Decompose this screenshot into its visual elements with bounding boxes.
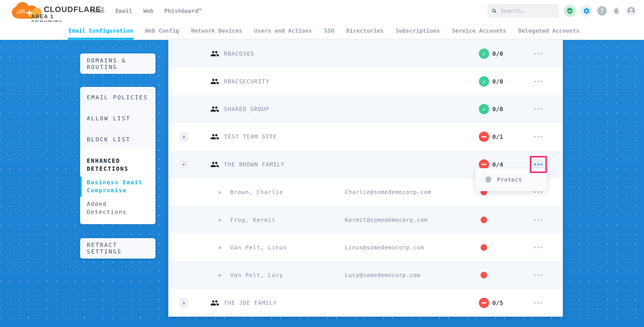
member-count: 0/1 <box>492 133 503 140</box>
tab-delegated-accounts[interactable]: Delegated Accounts <box>518 22 580 40</box>
row-menu-button[interactable] <box>534 219 542 221</box>
nav-email[interactable]: Email <box>116 7 132 14</box>
sidebar-item-retract-settings[interactable]: RETRACT SETTINGS <box>80 238 156 259</box>
status-blocked-badge <box>479 132 489 142</box>
sidebar-item-email-policies[interactable]: EMAIL POLICIES <box>80 87 156 108</box>
tab-directories[interactable]: Directories <box>346 22 384 40</box>
chevron-down-icon: › <box>180 163 187 166</box>
help-button[interactable]: ? <box>597 6 607 15</box>
gear-icon <box>583 7 590 14</box>
sidebar-item-block-list[interactable]: BLOCK LIST <box>80 129 156 150</box>
group-icon <box>210 49 219 58</box>
status-ok-badge: ✓ <box>479 49 489 59</box>
minus-icon <box>482 164 486 165</box>
member-chevron-icon: > <box>218 272 221 278</box>
collapse-button[interactable]: › <box>180 160 188 169</box>
tab-email-configuration[interactable]: Email Configuration <box>68 22 133 40</box>
table-row-group: › TEST TEAM SITE 0/1 <box>168 123 563 150</box>
expand-button[interactable]: › <box>180 132 188 142</box>
settings-button[interactable] <box>580 5 593 17</box>
check-icon: ✓ <box>482 106 486 112</box>
table-row-member: > Van Pelt, Lucy Lucy@somedemocorp.com <box>168 261 563 289</box>
group-icon <box>210 105 219 113</box>
notifications-button[interactable] <box>611 6 622 16</box>
sidebar-item-allow-list[interactable]: ALLOW LIST <box>80 108 156 129</box>
groups-table: RBACO365 ✓ 0/0 RBACSECURITY ✓ 0/0 SHARED… <box>168 40 563 317</box>
row-menu-button[interactable] <box>534 191 542 193</box>
table-row-group: RBACSECURITY ✓ 0/0 <box>168 67 563 95</box>
row-context-menu: Protect <box>475 168 547 191</box>
sidebar-card-retract-settings: RETRACT SETTINGS <box>80 238 156 259</box>
row-menu-button[interactable] <box>534 136 542 137</box>
tab-sso[interactable]: SSO <box>324 22 334 40</box>
group-name[interactable]: RBACSECURITY <box>224 78 270 85</box>
member-chevron-icon: > <box>218 217 221 223</box>
chevron-right-icon: › <box>182 299 186 306</box>
app-window: CLOUDFLARE® AREA 1 SECURITY Home Email W… <box>0 0 644 327</box>
bell-icon <box>612 6 621 15</box>
primary-nav: Home Email Web PhishGuard™ <box>91 7 202 14</box>
member-count: 0/0 <box>492 50 503 57</box>
tab-network-devices[interactable]: Network Devices <box>191 22 242 40</box>
page-content: DOMAINS & ROUTING EMAIL POLICIES ALLOW L… <box>0 40 644 327</box>
member-name[interactable]: Frog, Kermit <box>230 217 276 223</box>
group-name[interactable]: THE JOE FAMILY <box>224 300 277 306</box>
row-menu-button[interactable] <box>534 247 542 248</box>
account-button[interactable] <box>626 6 636 16</box>
group-name[interactable]: THE BROWN FAMILY <box>224 161 284 168</box>
row-menu-button[interactable] <box>534 302 542 304</box>
status-blocked-badge <box>479 298 489 308</box>
header-actions: ? <box>487 4 636 18</box>
tab-users-and-actions[interactable]: Users and Actions <box>254 22 312 40</box>
row-menu-button[interactable] <box>534 108 542 110</box>
menu-item-protect[interactable]: Protect <box>497 176 522 183</box>
sidebar-item-enhanced-detections[interactable]: ENHANCED DETECTIONS <box>87 157 147 173</box>
nav-phishguard[interactable]: PhishGuard™ <box>164 7 202 14</box>
table-row-member: > Frog, Kermit Kermit@somedemocorp.com <box>168 206 563 234</box>
cloudflare-logo[interactable]: CLOUDFLARE® AREA 1 SECURITY <box>0 0 86 22</box>
registered-mark: ® <box>101 6 104 10</box>
expand-button[interactable]: › <box>180 298 188 308</box>
search-input[interactable] <box>500 7 555 14</box>
sidebar-item-business-email-compromise[interactable]: Business Email Compromise <box>87 178 145 194</box>
group-name[interactable]: SHARED_GROUP <box>224 106 270 112</box>
question-mark-icon: ? <box>600 7 604 14</box>
logo-wordmark: CLOUDFLARE® <box>44 5 104 14</box>
sidebar-item-added-detections[interactable]: Added Detections <box>87 200 150 216</box>
member-name[interactable]: Brown, Charlie <box>230 189 283 195</box>
table-row-group: SHARED_GROUP ✓ 0/0 <box>168 95 563 123</box>
row-menu-button[interactable] <box>534 274 542 276</box>
member-chevron-icon: > <box>218 244 221 250</box>
sidebar: DOMAINS & ROUTING EMAIL POLICIES ALLOW L… <box>80 53 156 259</box>
tab-service-accounts[interactable]: Service Accounts <box>452 22 506 40</box>
member-name[interactable]: Van Pelt, Lucy <box>230 272 283 278</box>
sidebar-item-domains-routing[interactable]: DOMAINS & ROUTING <box>80 53 156 74</box>
check-icon: ✓ <box>482 50 486 57</box>
security-status-button[interactable] <box>564 5 576 17</box>
row-menu-button[interactable] <box>534 81 542 82</box>
chevron-right-icon: › <box>182 133 186 140</box>
minus-icon <box>482 302 486 304</box>
group-icon <box>210 77 219 86</box>
table-row-group: RBACO365 ✓ 0/0 <box>168 40 563 67</box>
tab-subscriptions[interactable]: Subscriptions <box>396 22 440 40</box>
member-chevron-icon: > <box>218 189 221 195</box>
shield-check-icon <box>566 7 573 14</box>
status-blocked-dot <box>480 244 487 251</box>
sidebar-section-enhanced-detections: ENHANCED DETECTIONS Business Email Compr… <box>80 150 156 224</box>
member-name[interactable]: Van Pelt, Linus <box>230 244 287 251</box>
settings-tab-bar: Email Configuration Web Config Network D… <box>0 22 644 40</box>
group-icon <box>210 132 219 141</box>
member-email: Lucy@somedemocorp.com <box>345 272 420 278</box>
minus-icon <box>482 136 486 137</box>
user-avatar-icon <box>626 6 636 16</box>
nav-web[interactable]: Web <box>143 7 153 14</box>
tab-web-config[interactable]: Web Config <box>145 22 179 40</box>
check-icon: ✓ <box>482 78 486 85</box>
row-menu-button[interactable] <box>534 53 542 54</box>
table-row-member: > Van Pelt, Linus Linus@somedemocorp.com <box>168 234 563 261</box>
search-box[interactable] <box>487 4 559 18</box>
group-name[interactable]: TEST TEAM SITE <box>224 133 277 140</box>
group-name[interactable]: RBACO365 <box>224 50 254 57</box>
shield-icon <box>484 175 492 184</box>
